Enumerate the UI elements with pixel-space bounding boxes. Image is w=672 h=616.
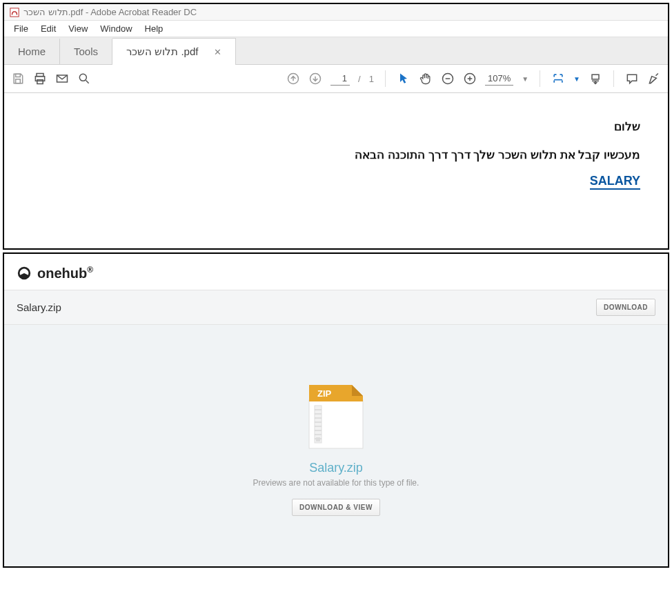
zoom-out-icon[interactable] [441, 72, 455, 86]
menu-file[interactable]: File [8, 22, 34, 35]
filebar-filename: Salary.zip [17, 301, 61, 313]
fit-chevron-icon[interactable]: ▼ [573, 75, 580, 83]
document-area: שלום מעכשיו קבל את תלוש השכר שלך דרך דרך… [4, 93, 668, 248]
tab-document[interactable]: תלוש השכר .pdf ✕ [112, 38, 236, 65]
scroll-mode-icon[interactable] [589, 72, 602, 86]
svg-rect-16 [592, 74, 599, 79]
tabbar: Home Tools תלוש השכר .pdf ✕ [4, 37, 668, 65]
menu-edit[interactable]: Edit [35, 22, 61, 35]
save-icon[interactable] [11, 72, 25, 86]
onehub-filebar: Salary.zip DOWNLOAD [4, 290, 668, 325]
menu-help[interactable]: Help [139, 22, 169, 35]
onehub-logo: onehub® [17, 265, 93, 281]
svg-rect-21 [315, 406, 322, 443]
toolbar: / 1 107% ▼ ▼ [4, 65, 668, 93]
download-button[interactable]: DOWNLOAD [596, 299, 655, 316]
titlebar: תלוש השכר.pdf - Adobe Acrobat Reader DC [4, 4, 668, 21]
svg-line-8 [86, 81, 89, 83]
tab-home[interactable]: Home [4, 39, 60, 64]
menu-window[interactable]: Window [95, 22, 137, 35]
comment-icon[interactable] [625, 72, 639, 86]
svg-rect-0 [10, 8, 19, 16]
body-filename: Salary.zip [309, 461, 363, 475]
preview-message: Previews are not available for this type… [253, 478, 419, 488]
chevron-down-icon[interactable]: ▼ [522, 75, 528, 83]
doc-line-2: מעכשיו קבל את תלוש השכר שלך דרך דרך התוכ… [32, 146, 640, 164]
svg-text:ZIP: ZIP [317, 388, 332, 399]
hand-icon[interactable] [419, 72, 433, 86]
onehub-mark-icon [17, 266, 32, 281]
svg-line-18 [656, 74, 658, 76]
magnifier-icon[interactable] [77, 72, 91, 86]
zoom-in-icon[interactable] [463, 72, 477, 86]
page-number-input[interactable] [330, 72, 350, 86]
download-view-button[interactable]: DOWNLOAD & VIEW [292, 499, 380, 516]
page-separator: / [358, 74, 361, 84]
onehub-body: ZIP Salary.zip Previews are not availabl… [4, 325, 668, 566]
doc-line-1: שלום [32, 117, 640, 136]
acrobat-app-icon [10, 8, 19, 17]
envelope-icon[interactable] [55, 72, 69, 86]
zoom-level[interactable]: 107% [485, 72, 513, 86]
acrobat-window: תלוש השכר.pdf - Adobe Acrobat Reader DC … [3, 3, 669, 250]
page-up-icon[interactable] [286, 72, 300, 86]
sign-icon[interactable] [647, 72, 661, 86]
close-icon[interactable]: ✕ [214, 47, 221, 57]
print-icon[interactable] [33, 72, 47, 86]
svg-rect-5 [37, 80, 43, 84]
svg-point-7 [79, 74, 86, 81]
salary-link[interactable]: SALARY [590, 174, 640, 190]
tab-tools[interactable]: Tools [60, 39, 112, 64]
tab-document-label: תלוש השכר .pdf [126, 46, 198, 57]
onehub-brand-text: onehub [37, 266, 87, 281]
menu-view[interactable]: View [63, 22, 93, 35]
window-title: תלוש השכר.pdf - Adobe Acrobat Reader DC [23, 7, 197, 17]
svg-rect-2 [16, 79, 21, 83]
menubar: File Edit View Window Help [4, 21, 668, 37]
onehub-header: onehub® [4, 254, 668, 290]
svg-rect-30 [316, 437, 320, 441]
page-down-icon[interactable] [308, 72, 322, 86]
zip-file-icon: ZIP [305, 382, 367, 451]
onehub-window: onehub® Salary.zip DOWNLOAD ZIP Salary.z… [3, 252, 669, 568]
fit-width-icon[interactable] [551, 72, 565, 86]
page-total: 1 [369, 74, 374, 84]
pointer-icon[interactable] [397, 72, 411, 86]
svg-rect-1 [16, 74, 21, 77]
